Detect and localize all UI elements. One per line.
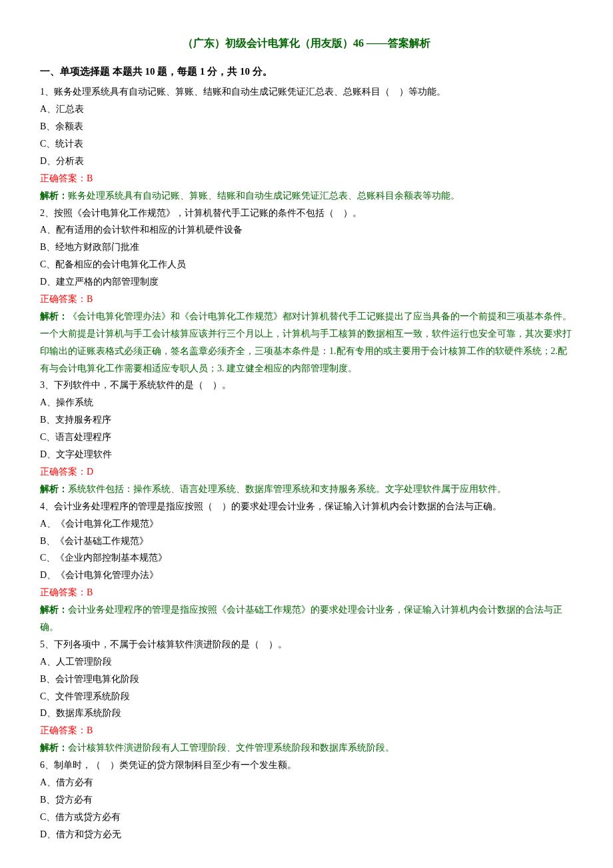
correct-answer: 正确答案：B xyxy=(40,291,573,308)
question-option: D、建立严格的内部管理制度 xyxy=(40,273,573,291)
question-option: A、人工管理阶段 xyxy=(40,653,573,671)
analysis-text: 账务处理系统具有自动记账、算账、结账和自动生成记账凭证汇总表、总账科目余额表等功… xyxy=(68,191,460,201)
analysis-text: 会计业务处理程序的管理是指应按照《会计基础工作规范》的要求处理会计业务，保证输入… xyxy=(40,605,562,632)
question-option: B、贷方必有 xyxy=(40,791,573,809)
question-option: A、借方必有 xyxy=(40,774,573,791)
correct-answer: 正确答案：B xyxy=(40,170,573,187)
question-option: D、《会计电算化管理办法》 xyxy=(40,567,573,584)
question-option: A、汇总表 xyxy=(40,101,573,118)
analysis: 解析：会计核算软件演进阶段有人工管理阶段、文件管理系统阶段和数据库系统阶段。 xyxy=(40,739,573,757)
question-stem: 4、会计业务处理程序的管理是指应按照（ ）的要求处理会计业务，保证输入计算机内会… xyxy=(40,498,573,515)
correct-answer: 正确答案：D xyxy=(40,463,573,481)
question-option: B、经地方财政部门批准 xyxy=(40,239,573,256)
analysis: 解析：系统软件包括：操作系统、语言处理系统、数据库管理系统和支持服务系统。文字处… xyxy=(40,481,573,498)
analysis-label: 解析： xyxy=(40,191,68,201)
analysis-label: 解析： xyxy=(40,484,68,494)
analysis-label: 解析： xyxy=(40,311,68,321)
question-option: D、借方和贷方必无 xyxy=(40,826,573,843)
document-title: （广东）初级会计电算化（用友版）46 ——答案解析 xyxy=(40,33,573,53)
question-block: 5、下列各项中，不属于会计核算软件演进阶段的是（ ）。A、人工管理阶段B、会计管… xyxy=(40,636,573,757)
analysis-text: 《会计电算化管理办法》和《会计电算化工作规范》都对计算机替代手工记账提出了应当具… xyxy=(40,311,572,373)
question-option: B、余额表 xyxy=(40,118,573,135)
question-option: C、统计表 xyxy=(40,135,573,153)
question-option: C、配备相应的会计电算化工作人员 xyxy=(40,256,573,273)
question-stem: 5、下列各项中，不属于会计核算软件演进阶段的是（ ）。 xyxy=(40,636,573,653)
question-option: C、借方或贷方必有 xyxy=(40,809,573,826)
question-option: B、会计管理电算化阶段 xyxy=(40,671,573,688)
correct-answer: 正确答案：B xyxy=(40,584,573,601)
question-option: A、配有适用的会计软件和相应的计算机硬件设备 xyxy=(40,221,573,239)
analysis-label: 解析： xyxy=(40,605,68,615)
analysis-text: 会计核算软件演进阶段有人工管理阶段、文件管理系统阶段和数据库系统阶段。 xyxy=(68,743,394,753)
question-option: D、分析表 xyxy=(40,153,573,170)
question-option: D、数据库系统阶段 xyxy=(40,705,573,722)
question-option: C、《企业内部控制基本规范》 xyxy=(40,549,573,567)
correct-answer: 正确答案：B xyxy=(40,722,573,739)
analysis: 解析：账务处理系统具有自动记账、算账、结账和自动生成记账凭证汇总表、总账科目余额… xyxy=(40,187,573,205)
question-option: C、语言处理程序 xyxy=(40,429,573,446)
question-block: 2、按照《会计电算化工作规范》，计算机替代手工记账的条件不包括（ ）。A、配有适… xyxy=(40,205,573,377)
question-option: A、操作系统 xyxy=(40,394,573,411)
question-stem: 1、账务处理系统具有自动记账、算账、结账和自动生成记账凭证汇总表、总账科目（ ）… xyxy=(40,83,573,101)
question-block: 4、会计业务处理程序的管理是指应按照（ ）的要求处理会计业务，保证输入计算机内会… xyxy=(40,498,573,636)
analysis: 解析：会计业务处理程序的管理是指应按照《会计基础工作规范》的要求处理会计业务，保… xyxy=(40,601,573,636)
question-stem: 3、下列软件中，不属于系统软件的是（ ）。 xyxy=(40,377,573,394)
section-header: 一、单项选择题 本题共 10 题，每题 1 分，共 10 分。 xyxy=(40,63,573,81)
question-block: 3、下列软件中，不属于系统软件的是（ ）。A、操作系统B、支持服务程序C、语言处… xyxy=(40,377,573,497)
question-stem: 6、制单时，（ ）类凭证的贷方限制科目至少有一个发生额。 xyxy=(40,757,573,774)
analysis: 解析：《会计电算化管理办法》和《会计电算化工作规范》都对计算机替代手工记账提出了… xyxy=(40,308,573,377)
question-option: A、《会计电算化工作规范》 xyxy=(40,515,573,533)
question-block: 6、制单时，（ ）类凭证的贷方限制科目至少有一个发生额。A、借方必有B、贷方必有… xyxy=(40,757,573,843)
analysis-text: 系统软件包括：操作系统、语言处理系统、数据库管理系统和支持服务系统。文字处理软件… xyxy=(68,484,506,494)
question-stem: 2、按照《会计电算化工作规范》，计算机替代手工记账的条件不包括（ ）。 xyxy=(40,205,573,222)
question-block: 1、账务处理系统具有自动记账、算账、结账和自动生成记账凭证汇总表、总账科目（ ）… xyxy=(40,83,573,204)
question-option: B、《会计基础工作规范》 xyxy=(40,533,573,550)
question-option: B、支持服务程序 xyxy=(40,411,573,429)
question-option: C、文件管理系统阶段 xyxy=(40,688,573,705)
analysis-label: 解析： xyxy=(40,743,68,753)
question-option: D、文字处理软件 xyxy=(40,446,573,463)
